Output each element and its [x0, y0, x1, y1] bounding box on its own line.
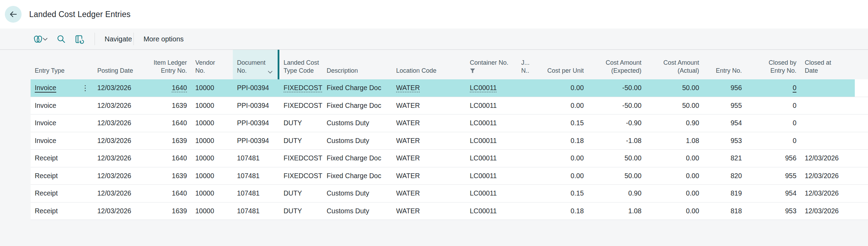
cell-cost_amount_actual[interactable]: 1.08: [646, 132, 703, 150]
cell-vendor_no[interactable]: 10000: [191, 79, 233, 97]
cell-cost_per_unit[interactable]: 0.18: [542, 203, 588, 220]
cell-closed_at_date[interactable]: 12/03/2026: [801, 167, 855, 185]
cell-closed_by_entry_no[interactable]: 0: [746, 114, 801, 132]
cell-container_no[interactable]: LC00011: [466, 132, 517, 150]
cell-closed_at_date[interactable]: [801, 97, 855, 114]
cell-closed_by_entry_no[interactable]: 956: [746, 150, 801, 167]
cell-cost_amount_actual[interactable]: 0.90: [646, 114, 703, 132]
cell-entry_type[interactable]: Receipt: [31, 150, 93, 167]
cell-closed_at_date[interactable]: [801, 114, 855, 132]
cell-description[interactable]: Customs Duty: [322, 114, 392, 132]
cell-entry_no[interactable]: 818: [703, 203, 746, 220]
cell-entry_no[interactable]: 821: [703, 150, 746, 167]
cell-vendor_no[interactable]: 10000: [191, 114, 233, 132]
cell-cost_amount_actual[interactable]: 0.00: [646, 203, 703, 220]
cell-value[interactable]: Invoice: [35, 84, 56, 92]
cell-description[interactable]: Fixed Charge Doc: [322, 97, 392, 114]
column-dropdown-chevron-icon[interactable]: [268, 71, 273, 74]
cell-container_no[interactable]: LC00011: [466, 97, 517, 114]
cell-closed_by_entry_no[interactable]: 954: [746, 185, 801, 202]
cell-vendor_no[interactable]: 10000: [191, 203, 233, 220]
cell-vendor_no[interactable]: 10000: [191, 167, 233, 185]
column-header-location_code[interactable]: Location Code: [392, 50, 466, 79]
cell-posting_date[interactable]: 12/03/2026: [93, 114, 139, 132]
cell-closed_by_entry_no[interactable]: 955: [746, 167, 801, 185]
cell-entry_no[interactable]: 820: [703, 167, 746, 185]
table-row[interactable]: Receipt12/03/2026164010000107481FIXEDCOS…: [31, 150, 868, 167]
cell-posting_date[interactable]: 12/03/2026: [93, 150, 139, 167]
cell-posting_date[interactable]: 12/03/2026: [93, 167, 139, 185]
cell-closed_at_date[interactable]: 12/03/2026: [801, 203, 855, 220]
table-row[interactable]: Receipt12/03/2026163910000107481FIXEDCOS…: [31, 167, 868, 185]
cell-closed_by_entry_no[interactable]: 953: [746, 203, 801, 220]
cell-posting_date[interactable]: 12/03/2026: [93, 185, 139, 202]
cell-closed_at_date[interactable]: 12/03/2026: [801, 150, 855, 167]
cell-value[interactable]: FIXEDCOST: [284, 84, 322, 92]
cell-cost_amount_actual[interactable]: 50.00: [646, 79, 703, 97]
column-header-cost_amount_actual[interactable]: Cost Amount(Actual): [646, 50, 703, 79]
column-header-entry_no[interactable]: Entry No.: [703, 50, 746, 79]
table-row[interactable]: Receipt12/03/2026164010000107481DUTYCust…: [31, 185, 868, 203]
table-row[interactable]: Invoice12/03/2026163910000PPI-00394FIXED…: [31, 97, 868, 115]
cell-document_no[interactable]: PPI-00394: [233, 97, 279, 114]
cell-landed_cost_type_code[interactable]: DUTY: [279, 114, 322, 132]
cell-cost_amount_actual[interactable]: 0.00: [646, 150, 703, 167]
column-header-posting_date[interactable]: Posting Date: [93, 50, 139, 79]
cell-document_no[interactable]: 107481: [233, 167, 279, 185]
cell-item_ledger_entry_no[interactable]: 1640: [139, 79, 191, 97]
cell-location_code[interactable]: WATER: [392, 203, 466, 220]
cell-container_no[interactable]: LC00011: [466, 150, 517, 167]
cell-closed_at_date[interactable]: [801, 79, 855, 97]
table-row[interactable]: Invoice12/03/2026163910000PPI-00394DUTYC…: [31, 132, 868, 150]
cell-entry_no[interactable]: 956: [703, 79, 746, 97]
cell-entry_no[interactable]: 819: [703, 185, 746, 202]
cell-landed_cost_type_code[interactable]: FIXEDCOST: [279, 150, 322, 167]
table-row[interactable]: Invoice⋮12/03/2026164010000PPI-00394FIXE…: [31, 79, 868, 97]
cell-location_code[interactable]: WATER: [392, 150, 466, 167]
cell-jn[interactable]: [517, 79, 542, 97]
cell-location_code[interactable]: WATER: [392, 114, 466, 132]
column-header-closed_at_date[interactable]: Closed atDate: [801, 50, 855, 79]
cell-cost_per_unit[interactable]: 0.00: [542, 97, 588, 114]
table-row[interactable]: Receipt12/03/2026163910000107481DUTYCust…: [31, 203, 868, 220]
cell-cost_amount_expected[interactable]: 50.00: [588, 150, 646, 167]
cell-vendor_no[interactable]: 10000: [191, 97, 233, 114]
cell-closed_by_entry_no[interactable]: 0: [746, 132, 801, 150]
cell-cost_amount_actual[interactable]: 50.00: [646, 97, 703, 114]
cell-description[interactable]: Customs Duty: [322, 203, 392, 220]
cell-cost_amount_actual[interactable]: 0.00: [646, 167, 703, 185]
column-header-closed_by_entry_no[interactable]: Closed byEntry No.: [746, 50, 801, 79]
cell-cost_amount_expected[interactable]: 0.90: [588, 185, 646, 202]
cell-entry_type[interactable]: Receipt: [31, 185, 93, 202]
cell-location_code[interactable]: WATER: [392, 79, 466, 97]
search-button[interactable]: [57, 34, 66, 43]
cell-posting_date[interactable]: 12/03/2026: [93, 79, 139, 97]
cell-item_ledger_entry_no[interactable]: 1639: [139, 167, 191, 185]
cell-description[interactable]: Fixed Charge Doc: [322, 167, 392, 185]
cell-document_no[interactable]: 107481: [233, 185, 279, 202]
cell-jn[interactable]: [517, 150, 542, 167]
cell-cost_per_unit[interactable]: 0.18: [542, 132, 588, 150]
column-header-cost_per_unit[interactable]: Cost per Unit: [542, 50, 588, 79]
column-header-container_no[interactable]: Container No.: [466, 50, 517, 79]
cell-item_ledger_entry_no[interactable]: 1639: [139, 132, 191, 150]
cell-location_code[interactable]: WATER: [392, 185, 466, 202]
cell-document_no[interactable]: 107481: [233, 150, 279, 167]
analyze-button[interactable]: [75, 34, 84, 44]
cell-cost_amount_expected[interactable]: 50.00: [588, 167, 646, 185]
column-header-cost_amount_expected[interactable]: Cost Amount(Expected): [588, 50, 646, 79]
cell-item_ledger_entry_no[interactable]: 1640: [139, 114, 191, 132]
cell-document_no[interactable]: PPI-00394: [233, 79, 279, 97]
cell-cost_per_unit[interactable]: 0.00: [542, 79, 588, 97]
back-button[interactable]: [5, 6, 22, 23]
cell-entry_type[interactable]: Invoice⋮: [31, 79, 93, 97]
cell-closed_by_entry_no[interactable]: 0: [746, 97, 801, 114]
cell-landed_cost_type_code[interactable]: FIXEDCOST: [279, 97, 322, 114]
cell-cost_per_unit[interactable]: 0.00: [542, 167, 588, 185]
cell-cost_per_unit[interactable]: 0.00: [542, 150, 588, 167]
column-header-description[interactable]: Description: [322, 50, 392, 79]
cell-description[interactable]: Customs Duty: [322, 185, 392, 202]
row-menu-button[interactable]: ⋮: [79, 84, 89, 92]
cell-cost_per_unit[interactable]: 0.15: [542, 114, 588, 132]
cell-description[interactable]: Customs Duty: [322, 132, 392, 150]
